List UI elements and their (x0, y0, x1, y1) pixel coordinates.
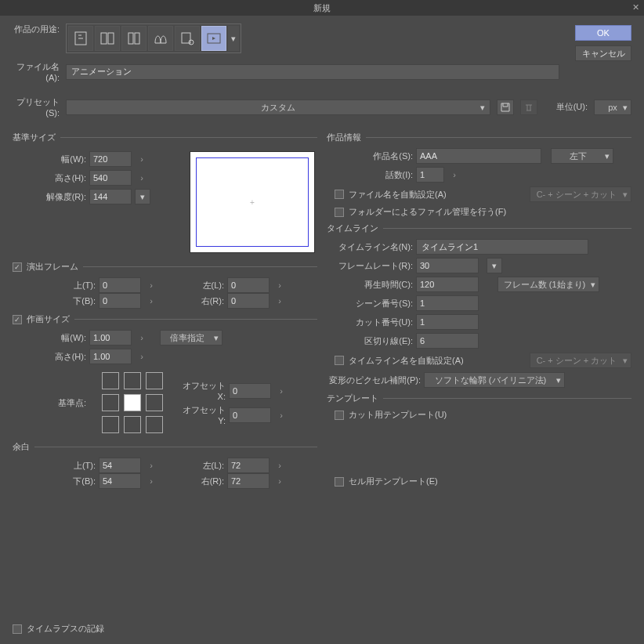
unit-select[interactable]: px▾ (594, 99, 631, 115)
purpose-settings-icon[interactable] (175, 26, 200, 51)
m-left-input[interactable] (227, 458, 270, 473)
timeline-header: タイムライン (327, 223, 631, 234)
m-right-input[interactable] (227, 473, 270, 489)
df-right-input[interactable] (227, 293, 270, 309)
timelapse-row: タイムラプスの記録 (13, 623, 104, 635)
m-top-input[interactable] (99, 458, 141, 473)
interpolation-select[interactable]: ソフトな輪郭 (バイリニア法)▾ (424, 372, 565, 388)
svg-rect-1 (101, 33, 107, 44)
titlebar: 新規 ✕ (0, 0, 644, 16)
anchor-center[interactable] (124, 394, 141, 411)
base-size-header: 基準サイズ (13, 132, 317, 143)
svg-rect-2 (108, 33, 114, 44)
purpose-comic-icon[interactable] (95, 26, 120, 51)
draw-size-header: ✓作画サイズ (13, 313, 317, 325)
cel-template-checkbox[interactable] (335, 477, 344, 487)
cut-template-checkbox[interactable] (335, 411, 344, 420)
work-info-header: 作品情報 (327, 132, 631, 143)
direction-frame-header: ✓演出フレーム (13, 261, 317, 273)
svg-rect-3 (128, 33, 133, 44)
close-icon[interactable]: ✕ (632, 2, 639, 13)
folder-mgmt-checkbox[interactable] (335, 208, 344, 217)
template-header: テンプレート (327, 393, 631, 404)
scene-input[interactable] (416, 295, 479, 311)
cut-input[interactable] (416, 314, 479, 330)
fps-dropdown-icon[interactable]: ▾ (487, 258, 502, 273)
width-more-icon[interactable]: › (135, 151, 149, 167)
offset-y-input[interactable] (229, 407, 271, 423)
auto-filename-pattern-select: C- + シーン + カット▾ (530, 186, 631, 202)
purpose-animation-icon[interactable] (201, 26, 226, 51)
draw-size-checkbox[interactable]: ✓ (13, 315, 22, 324)
purpose-label: 作品の用途: (13, 24, 60, 35)
preset-delete-icon (520, 99, 537, 115)
episode-input[interactable] (416, 167, 444, 183)
fps-input[interactable] (416, 258, 479, 273)
filename-label: ファイル名(A): (13, 61, 60, 82)
purpose-book-icon[interactable] (148, 26, 173, 51)
cancel-button[interactable]: キャンセル (575, 45, 631, 61)
preset-select[interactable]: カスタム▾ (66, 99, 490, 115)
playtime-input[interactable] (416, 277, 479, 292)
work-name-input[interactable] (416, 148, 541, 164)
work-name-pos-select[interactable]: 左下▾ (551, 148, 613, 164)
purpose-dropdown-icon[interactable]: ▾ (228, 26, 239, 51)
margin-header: 余白 (13, 441, 317, 453)
resolution-dropdown-icon[interactable]: ▾ (135, 189, 150, 204)
anchor-grid[interactable] (102, 372, 163, 433)
ds-spec-select[interactable]: 倍率指定▾ (160, 330, 223, 346)
auto-timeline-pattern-select: C- + シーン + カット▾ (530, 353, 631, 368)
window-title: 新規 (313, 2, 331, 14)
timelapse-checkbox[interactable] (13, 624, 22, 634)
timeline-name-input[interactable] (416, 239, 588, 255)
height-input[interactable] (89, 170, 132, 186)
preset-save-icon[interactable] (497, 99, 514, 115)
resolution-input[interactable] (89, 189, 132, 204)
svg-rect-4 (135, 33, 139, 44)
playtime-unit-select[interactable]: フレーム数 (1始まり)▾ (497, 277, 599, 292)
svg-point-6 (189, 40, 194, 45)
ok-button[interactable]: OK (575, 25, 631, 41)
purpose-illustration-icon[interactable] (68, 26, 93, 51)
direction-frame-checkbox[interactable]: ✓ (13, 262, 22, 272)
canvas-preview: + (190, 151, 315, 253)
purpose-print-icon[interactable] (121, 26, 147, 51)
offset-x-input[interactable] (229, 383, 271, 399)
width-input[interactable] (89, 151, 132, 167)
auto-filename-checkbox[interactable] (335, 190, 344, 199)
filename-input[interactable] (66, 64, 559, 80)
separator-input[interactable] (416, 333, 479, 349)
unit-label: 単位(U): (556, 101, 588, 113)
auto-timeline-checkbox[interactable] (335, 356, 344, 365)
height-more-icon[interactable]: › (135, 170, 149, 186)
ds-width-input[interactable] (89, 330, 132, 346)
df-left-input[interactable] (227, 277, 270, 293)
df-bottom-input[interactable] (99, 293, 141, 309)
ds-height-input[interactable] (89, 349, 132, 364)
m-bottom-input[interactable] (99, 473, 141, 489)
purpose-toolbar: ▾ (66, 24, 241, 53)
preset-label: プリセット(S): (13, 96, 60, 118)
df-top-input[interactable] (99, 277, 141, 293)
